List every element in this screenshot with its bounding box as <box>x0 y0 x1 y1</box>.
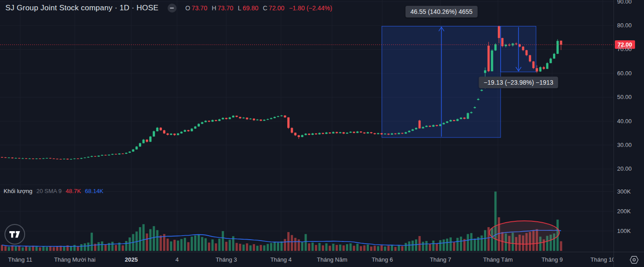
scales-corner <box>614 252 644 267</box>
volume-legend-params: 20 SMA 9 <box>36 188 61 194</box>
price-tick-label: 40.00 <box>617 118 632 125</box>
high-value: 73.70 <box>218 4 233 12</box>
time-tick-label: 2025 <box>125 256 138 263</box>
scale-settings-icon[interactable] <box>630 256 639 264</box>
symbol-legend: SJ Group Joint Stock company · 1D · HOSE… <box>5 4 332 13</box>
minus-icon <box>170 8 174 9</box>
time-tick-label: Tháng 7 <box>430 256 451 263</box>
tradingview-logo-glyph <box>9 231 20 238</box>
time-tick-label: 4 <box>175 256 178 263</box>
price-tick-label: 80.00 <box>617 22 632 29</box>
tradingview-chart-window: SJ Group Joint Stock company · 1D · HOSE… <box>0 0 644 267</box>
price-scale[interactable]: 72.00 90.0080.0070.0060.0050.0040.0030.0… <box>614 0 644 252</box>
open-key: O <box>186 4 190 12</box>
volume-tick-label: 100K <box>617 228 631 235</box>
volume-legend: Khối lượng 20 SMA 9 48.7K 68.14K <box>4 188 104 194</box>
measure-up-tooltip[interactable]: 46.55 (140.26%) 4655 <box>406 6 478 17</box>
time-tick-label: Tháng 9 <box>541 256 563 263</box>
volume-ma-value: 68.14K <box>85 188 104 194</box>
volume-tick-label: 300K <box>617 188 631 195</box>
legend-minus-button[interactable] <box>168 4 177 13</box>
price-tick-label: 90.00 <box>617 0 632 5</box>
time-tick-label: Tháng Tám <box>483 256 513 263</box>
ohlc-values: O73.70 H73.70 L69.80 C72.00 −1.80 (−2.44… <box>186 4 333 12</box>
time-scale[interactable]: Tháng 11Tháng Mười hai20254Tháng 3Tháng … <box>0 252 614 267</box>
low-key: L <box>238 4 242 12</box>
time-tick-label: Tháng Năm <box>317 256 347 263</box>
time-tick-label: Tháng 6 <box>372 256 393 263</box>
price-tick-label: 70.00 <box>617 46 632 53</box>
volume-tick-label: 200K <box>617 208 631 215</box>
close-value: 72.00 <box>269 4 285 12</box>
close-key: C <box>263 4 267 12</box>
symbol-title: SJ Group Joint Stock company · 1D · HOSE <box>5 4 159 13</box>
tradingview-logo[interactable] <box>4 224 25 245</box>
time-tick-label: Tháng 3 <box>216 256 237 263</box>
high-key: H <box>212 4 216 12</box>
time-tick-label: Tháng 10 <box>591 256 614 263</box>
price-tick-label: 60.00 <box>617 70 632 77</box>
price-tick-label: 50.00 <box>617 94 632 101</box>
time-tick-label: Tháng 11 <box>8 256 32 263</box>
measure-down-tooltip[interactable]: −19.13 (−23.98%) −1913 <box>479 77 558 88</box>
low-value: 69.80 <box>242 4 258 12</box>
time-tick-label: Tháng Mười hai <box>54 256 95 263</box>
open-value: 73.70 <box>191 4 207 12</box>
change-value: −1.80 (−2.44%) <box>289 4 333 12</box>
volume-current-value: 48.7K <box>66 188 81 194</box>
time-tick-label: Tháng 4 <box>270 256 292 263</box>
price-tick-label: 20.00 <box>617 165 632 172</box>
price-tick-label: 30.00 <box>617 142 632 149</box>
volume-legend-title: Khối lượng <box>4 188 32 194</box>
chart-canvas[interactable] <box>0 0 614 252</box>
